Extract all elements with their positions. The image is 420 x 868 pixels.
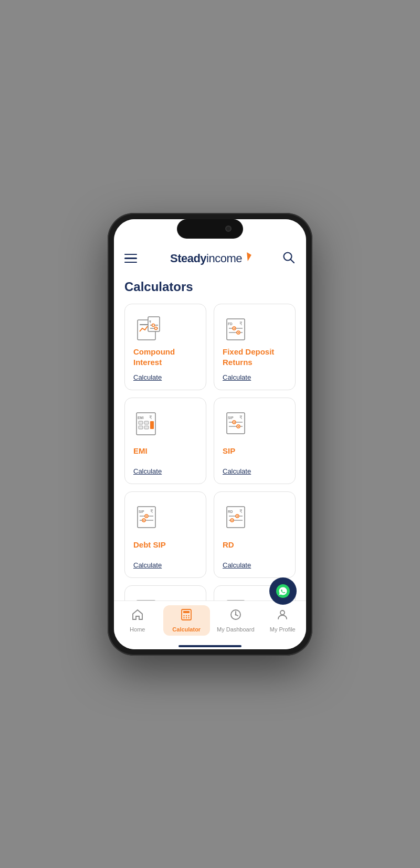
profile-icon xyxy=(276,608,289,624)
svg-text:₹: ₹ xyxy=(149,415,152,420)
whatsapp-fab-button[interactable] xyxy=(269,577,297,605)
svg-point-7 xyxy=(152,324,155,326)
calc-icon-debt-sip: SIP ₹ xyxy=(133,501,197,532)
svg-point-44 xyxy=(143,519,144,520)
page-title: Calculators xyxy=(124,280,296,294)
svg-point-41 xyxy=(146,515,147,516)
nav-item-home[interactable]: Home xyxy=(114,605,161,636)
nav-label-home: Home xyxy=(130,626,145,633)
nav-item-calculator[interactable]: Calculator xyxy=(163,605,211,636)
calc-icon-sip: SIP ₹ xyxy=(223,408,287,438)
bottom-nav: Home Calculator xyxy=(114,601,306,646)
nav-item-dashboard[interactable]: My Dashboard xyxy=(212,605,259,636)
calc-card-sip[interactable]: SIP ₹ SIP Calculate xyxy=(214,398,296,484)
svg-point-18 xyxy=(234,327,235,328)
svg-point-78 xyxy=(235,614,236,615)
svg-text:₹: ₹ xyxy=(149,320,151,324)
logo: Steadyincome xyxy=(170,252,249,265)
svg-text:SIP: SIP xyxy=(228,416,234,420)
calc-name-emi: EMI xyxy=(133,446,197,456)
camera xyxy=(225,226,232,232)
content-area: Calculators ₹ xyxy=(114,274,306,601)
calc-card-debt-sip[interactable]: SIP ₹ Debt SIP Calculate xyxy=(124,491,206,578)
home-icon xyxy=(131,608,144,624)
calc-link-rd[interactable]: Calculate xyxy=(223,561,287,569)
svg-text:FD: FD xyxy=(228,322,233,326)
svg-text:₹: ₹ xyxy=(150,509,153,514)
svg-point-32 xyxy=(234,421,235,422)
svg-rect-26 xyxy=(150,421,154,429)
home-bar xyxy=(114,646,306,649)
calc-icon-rd: RD ₹ xyxy=(223,501,287,532)
calc-card-emi[interactable]: EMI ₹ EMI Calculate xyxy=(124,398,206,484)
logo-arrow-icon xyxy=(241,252,251,264)
svg-line-1 xyxy=(290,259,294,263)
svg-point-9 xyxy=(155,327,158,329)
calc-icon-percentage: % ₹ xyxy=(133,595,197,601)
svg-text:₹: ₹ xyxy=(239,509,243,514)
calc-card-fixed-deposit[interactable]: FD ₹ Fixed Deposit Returns Calculate xyxy=(214,304,296,390)
svg-point-72 xyxy=(186,615,187,616)
svg-point-50 xyxy=(237,515,238,516)
phone-screen: Steadyincome Calculators xyxy=(114,219,306,649)
search-icon xyxy=(282,251,296,264)
search-button[interactable] xyxy=(282,251,296,266)
svg-point-53 xyxy=(232,519,233,520)
calculator-icon xyxy=(180,608,193,624)
svg-point-35 xyxy=(238,425,239,426)
svg-rect-23 xyxy=(144,421,149,424)
calc-link-debt-sip[interactable]: Calculate xyxy=(133,561,197,569)
home-indicator xyxy=(178,645,242,647)
svg-point-75 xyxy=(186,617,187,618)
calc-link-compound-interest[interactable]: Calculate xyxy=(133,373,197,381)
svg-point-17 xyxy=(238,331,239,333)
calc-icon-fixed-deposit: FD ₹ xyxy=(223,314,287,344)
nav-item-profile[interactable]: My Profile xyxy=(259,605,307,636)
calc-name-compound-interest: Compound Interest xyxy=(133,347,197,367)
logo-light: income xyxy=(206,252,242,265)
calc-name-sip: SIP xyxy=(223,446,287,456)
svg-point-73 xyxy=(188,615,190,616)
calc-link-sip[interactable]: Calculate xyxy=(223,467,287,475)
nav-label-dashboard: My Dashboard xyxy=(217,626,255,633)
calculator-grid: ₹ Compound Interest Calculate xyxy=(124,304,296,601)
notch xyxy=(177,219,243,239)
calc-card-compound-interest[interactable]: ₹ Compound Interest Calculate xyxy=(124,304,206,390)
calc-icon-emi: EMI ₹ xyxy=(133,408,197,438)
calc-link-fixed-deposit[interactable]: Calculate xyxy=(223,373,287,381)
calc-name-rd: RD xyxy=(223,540,287,550)
svg-rect-25 xyxy=(144,426,149,429)
svg-text:RD: RD xyxy=(228,510,233,513)
svg-rect-22 xyxy=(139,421,143,424)
whatsapp-icon xyxy=(276,584,290,598)
svg-point-74 xyxy=(184,617,185,618)
hamburger-button[interactable] xyxy=(124,254,137,263)
svg-text:₹: ₹ xyxy=(239,415,243,420)
logo-bold: Steady xyxy=(170,252,206,265)
svg-text:EMI: EMI xyxy=(138,416,144,420)
svg-point-71 xyxy=(184,615,185,616)
svg-point-79 xyxy=(280,610,285,615)
svg-text:₹: ₹ xyxy=(239,321,243,326)
logo-text: Steadyincome xyxy=(170,252,242,265)
nav-label-calculator: Calculator xyxy=(172,626,201,633)
calc-link-emi[interactable]: Calculate xyxy=(133,467,197,475)
dashboard-icon xyxy=(229,608,242,624)
calc-card-rd[interactable]: RD ₹ RD Calculate xyxy=(214,491,296,578)
svg-rect-24 xyxy=(139,426,143,429)
svg-point-76 xyxy=(188,617,190,618)
calc-name-debt-sip: Debt SIP xyxy=(133,540,197,550)
svg-text:SIP: SIP xyxy=(139,510,144,513)
calc-card-percentage[interactable]: % ₹ Percentage Calculate xyxy=(124,585,206,601)
nav-label-profile: My Profile xyxy=(270,626,296,633)
calc-name-fixed-deposit: Fixed Deposit Returns xyxy=(223,347,287,367)
calc-icon-compound-interest: ₹ xyxy=(133,314,197,344)
svg-rect-70 xyxy=(183,611,190,613)
phone-frame: Steadyincome Calculators xyxy=(108,213,312,656)
